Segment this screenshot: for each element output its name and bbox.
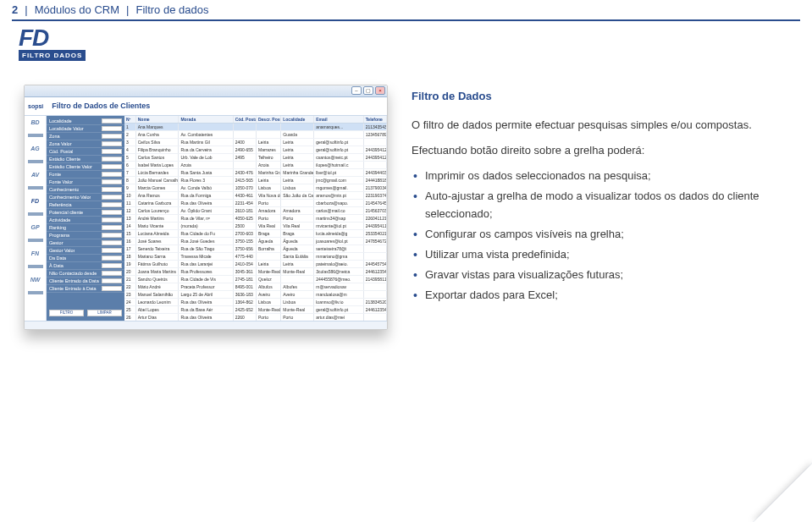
table-row[interactable]: 8João Manuel CarvalhoRua Flores 32415-56… [124, 177, 387, 184]
filter-row[interactable]: Cód. Postal [47, 148, 124, 156]
cell: Rua das Laranjei [179, 261, 233, 267]
filter-row[interactable]: Ranking [47, 224, 124, 232]
filter-row[interactable]: Zona Valor [47, 140, 124, 148]
maximize-button[interactable]: ▢ [363, 86, 373, 95]
table-row[interactable]: 5Carlos SantosUrb. Vale de Lob2495Telhei… [124, 154, 387, 162]
filter-row[interactable]: Localidade [47, 118, 124, 125]
filter-input[interactable] [102, 126, 122, 131]
cell: Rua das Oliveira [179, 314, 233, 321]
cell: 244395412 [364, 154, 387, 161]
module-nav-item[interactable]: GP [30, 224, 39, 230]
filter-input[interactable] [102, 263, 122, 268]
filter-row[interactable]: Programa [47, 232, 124, 239]
module-nav-item[interactable]: NW [30, 277, 41, 283]
table-row[interactable]: 2Ana CunhaAv. CombatentesGuarda123456789 [124, 131, 387, 139]
table-row[interactable]: 10Ana RamosRua da Formiga4430-461Vila No… [124, 192, 387, 200]
filter-input[interactable] [102, 149, 122, 154]
filter-row[interactable]: Da Data [47, 255, 124, 262]
filter-row[interactable]: Localidade Valor [47, 125, 124, 133]
table-row[interactable]: 26Artur DiasRua das Oliveira2260PortoPor… [124, 314, 387, 321]
filter-row[interactable]: Zona [47, 133, 124, 140]
filter-button[interactable]: FILTRO [49, 310, 84, 316]
table-row[interactable]: 21Sandro QueirósRua Cidade de Vis2745-18… [124, 276, 387, 283]
filter-row[interactable]: Gestor [47, 239, 124, 247]
module-nav-item[interactable]: BD [30, 119, 39, 125]
close-button[interactable]: × [375, 86, 385, 95]
table-row[interactable]: 12Carlos LourençoAv. Óplido Grant2610-18… [124, 207, 387, 215]
filter-input[interactable] [102, 256, 122, 261]
filter-input[interactable] [102, 202, 122, 207]
filter-input[interactable] [102, 157, 122, 162]
table-row[interactable]: 23Manuel SalamihãoLargo 25 de Abril3636-… [124, 291, 387, 299]
column-header[interactable]: Nº [124, 116, 136, 123]
filter-row[interactable]: Conhecimento Valor [47, 194, 124, 201]
filter-input[interactable] [102, 118, 122, 124]
filter-row[interactable]: Cliente Entrado à Data [47, 285, 124, 293]
table-row[interactable]: 22Mário AndréPraceta Professor8495-001Al… [124, 283, 387, 291]
table-row[interactable]: 14Mario Vicente(morada)2500Vila RealVila… [124, 223, 387, 230]
column-header[interactable]: Telefone [364, 116, 387, 123]
column-header[interactable]: Email [314, 116, 363, 123]
filter-input[interactable] [102, 248, 122, 253]
column-header[interactable]: Nome [136, 116, 180, 123]
table-row[interactable]: 19Fátima GuilhotoRua das Laranjei2410-05… [124, 261, 387, 268]
table-row[interactable]: 1Ana Marquesanamarques...211343543 [124, 124, 387, 131]
filter-row[interactable]: Estádio Cliente Valor [47, 163, 124, 171]
column-header[interactable]: Descr. Postal [257, 116, 281, 123]
filter-row[interactable]: Gestor Valor [47, 247, 124, 255]
filter-input[interactable] [102, 286, 122, 291]
filter-row[interactable]: Potencial cliente [47, 209, 124, 217]
table-row[interactable]: 3Ceifos SilvaRua Martins Gil2400LeiriaLe… [124, 139, 387, 146]
filter-input[interactable] [102, 271, 122, 276]
table-row[interactable]: 13André MartinsRua de Vilar, nº4050-625P… [124, 215, 387, 223]
cell: Praceta Professor [179, 283, 233, 290]
filter-input[interactable] [102, 278, 122, 283]
table-row[interactable]: 24Leonardo LeonimRua das Oliveira1364-86… [124, 299, 387, 306]
filter-row[interactable]: Referência [47, 201, 124, 209]
table-row[interactable]: 9Marcia GomesAv. Conde Valbó1050-070Lisb… [124, 184, 387, 192]
column-header[interactable]: Morada [179, 116, 233, 123]
filter-input[interactable] [102, 164, 122, 169]
filter-row[interactable]: Actividade [47, 217, 124, 224]
minimize-button[interactable]: – [351, 86, 362, 95]
filter-input[interactable] [102, 179, 122, 184]
filter-row[interactable]: Estádio Cliente [47, 156, 124, 163]
data-grid[interactable]: NºNomeMoradaCód. PostalDescr. PostalLoca… [124, 116, 387, 321]
module-nav-item[interactable]: FD [31, 198, 39, 204]
cell: 3750-155 [234, 238, 257, 245]
column-header[interactable]: Localidade [281, 116, 314, 123]
clear-button[interactable]: LIMPAR [87, 310, 122, 316]
filter-input[interactable] [102, 134, 122, 139]
filter-input[interactable] [102, 217, 122, 223]
filter-row[interactable]: Cliente Entrado da Data [47, 277, 124, 285]
table-row[interactable]: 16José SoaresRua José Guedes3750-155Águe… [124, 238, 387, 245]
filter-input[interactable] [102, 210, 122, 215]
filter-input[interactable] [102, 240, 122, 245]
filter-input[interactable] [102, 195, 122, 200]
module-nav-item[interactable]: AG [30, 146, 40, 151]
table-row[interactable]: 4Filipa BranquinhoRua da Cerveira2490-65… [124, 146, 387, 154]
filter-input[interactable] [102, 141, 122, 146]
filter-input[interactable] [102, 172, 122, 177]
table-row[interactable]: 7Lúcia BernardesRua Santa Justa2430-476M… [124, 169, 387, 177]
filter-row[interactable]: Fonte Valor [47, 179, 124, 186]
table-row[interactable]: 25Abel LopesRua da Base Aér2425-652Monte… [124, 306, 387, 314]
module-nav-item[interactable]: FN [31, 250, 39, 256]
filter-label: Referência [49, 202, 72, 207]
module-nav-item[interactable]: AV [31, 172, 39, 178]
table-row[interactable]: 6Isabel Maria LopesAzoiaAzoiaLeiriailope… [124, 162, 387, 169]
filter-row[interactable]: Conhecimento [47, 186, 124, 194]
filter-input[interactable] [102, 225, 122, 230]
column-header[interactable]: Cód. Postal [234, 116, 257, 123]
table-row[interactable]: 17Senerdo TeixeiraRua de São Tiago3750-6… [124, 245, 387, 253]
table-row[interactable]: 15Luciana AlmeidaRua Cidade do Fu2700-60… [124, 230, 387, 238]
filter-input[interactable] [102, 187, 122, 192]
filter-row[interactable]: Não Contactado desde [47, 270, 124, 277]
table-row[interactable]: 20Joana Maria MartinsRua Professores3045… [124, 268, 387, 276]
table-row[interactable]: 18Mariano SarnaTravessa Micale4775-440Sa… [124, 253, 387, 261]
cell: Amadora [281, 207, 314, 214]
filter-row[interactable]: Fonte [47, 171, 124, 179]
table-row[interactable]: 11Catarina GarbozaRua das Oliveira2231-4… [124, 200, 387, 207]
filter-input[interactable] [102, 233, 122, 238]
filter-row[interactable]: À Data [47, 262, 124, 270]
